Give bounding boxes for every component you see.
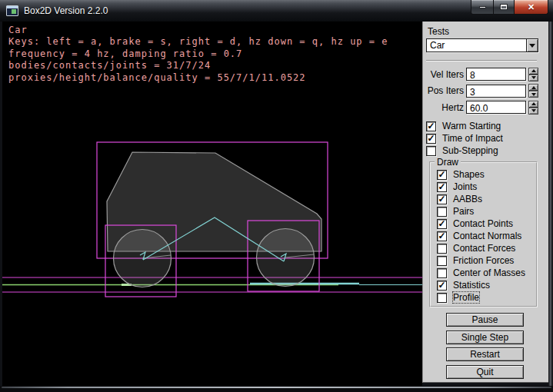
checkbox-contact-forces[interactable]	[437, 244, 447, 254]
spinner-up-button[interactable]	[528, 101, 538, 108]
title-bar[interactable]: Box2D Version 2.2.0 ✕	[0, 0, 553, 22]
checkbox-row: ✓Warm Starting	[426, 120, 503, 132]
checkbox-label: Pairs	[453, 206, 474, 217]
checkbox-row: Profile	[437, 291, 536, 304]
info-line: Car	[8, 25, 388, 36]
action-buttons: PauseSingle StepRestartQuit	[446, 313, 524, 382]
spinner-label: Pos Iters	[423, 85, 464, 96]
checkbox-center-of-masses[interactable]	[437, 268, 447, 278]
tests-label: Tests	[428, 26, 449, 37]
info-line: proxies/height/balance/quality = 55/7/1/…	[8, 72, 388, 84]
checkbox-label: Statistics	[453, 280, 490, 291]
checkbox-label: Warm Starting	[442, 121, 501, 131]
checkbox-label: AABBs	[453, 194, 482, 204]
checkbox-row: Sub-Stepping	[426, 145, 503, 157]
checkbox-warm-starting[interactable]: ✓	[426, 121, 436, 131]
arrow-up-icon	[531, 86, 536, 89]
checkbox-row: ✓Time of Impact	[426, 132, 503, 145]
spinner-up-button[interactable]	[528, 84, 538, 91]
spinner-label: Vel Iters	[423, 69, 464, 80]
checkbox-row: ✓Contact Points	[437, 218, 536, 230]
checkbox-label: Center of Masses	[453, 267, 525, 278]
simulation-canvas[interactable]: CarKeys: left = a, brake = s, right = d,…	[2, 22, 422, 386]
quit-button[interactable]: Quit	[446, 365, 524, 379]
arrow-up-icon	[531, 102, 536, 105]
spinner-row: Pos Iters3	[423, 83, 549, 100]
main-checkboxes: ✓Warm Starting✓Time of ImpactSub-Steppin…	[426, 120, 503, 157]
checkbox-row: ✓Shapes	[437, 168, 536, 181]
spinner-row: Hertz60.0	[423, 99, 549, 116]
app-icon	[6, 5, 18, 16]
checkbox-shapes[interactable]: ✓	[437, 170, 447, 180]
spinner-down-button[interactable]	[528, 91, 538, 98]
checkbox-row: ✓Contact Normals	[437, 230, 536, 242]
info-line: bodies/contacts/joints = 31/7/24	[8, 60, 388, 71]
spinner-down-button[interactable]	[528, 75, 538, 81]
statistics-text: CarKeys: left = a, brake = s, right = d,…	[8, 25, 388, 84]
spinner-field[interactable]: 3	[466, 85, 526, 98]
close-button[interactable]: ✕	[514, 0, 548, 15]
checkbox-label: Friction Forces	[453, 255, 514, 266]
spinner-field[interactable]: 8	[466, 68, 526, 81]
tests-dropdown[interactable]: Car	[426, 38, 538, 52]
chevron-down-icon	[529, 44, 535, 48]
checkbox-label: Contact Forces	[453, 243, 515, 254]
restart-button[interactable]: Restart	[446, 347, 524, 361]
checkbox-joints[interactable]: ✓	[437, 182, 447, 192]
spinner-rows: Vel Iters8Pos Iters3Hertz60.0	[423, 66, 549, 116]
draw-group-label: Draw	[435, 157, 461, 168]
spinner-up-button[interactable]	[528, 68, 538, 75]
minimize-icon	[479, 6, 486, 8]
checkbox-label: Profile	[453, 292, 479, 303]
close-icon: ✕	[528, 3, 535, 12]
tests-dropdown-button[interactable]	[526, 39, 538, 51]
control-panel: Tests Car Vel Iters8Pos Iters3Hertz60.0 …	[422, 22, 548, 383]
checkbox-label: Shapes	[453, 169, 485, 180]
checkbox-label: Joints	[453, 181, 477, 192]
info-line: frequency = 4 hz, damping ratio = 0.7	[8, 48, 388, 60]
checkbox-pairs[interactable]	[437, 207, 447, 217]
arrow-up-icon	[531, 69, 536, 72]
checkbox-time-of-impact[interactable]: ✓	[426, 134, 436, 144]
window-frame-right	[548, 22, 553, 386]
maximize-button[interactable]	[493, 0, 515, 15]
checkbox-label: Contact Normals	[453, 231, 521, 241]
app-window: Box2D Version 2.2.0 ✕	[0, 0, 553, 392]
arrow-down-icon	[531, 109, 536, 112]
spinner-row: Vel Iters8	[423, 66, 549, 83]
checkbox-row: Center of Masses	[437, 267, 536, 279]
checkbox-profile[interactable]	[437, 293, 447, 303]
checkbox-sub-stepping[interactable]	[426, 146, 436, 156]
window-frame-bottom	[0, 386, 553, 392]
draw-group: Draw ✓Shapes✓Joints✓AABBsPairs✓Contact P…	[429, 157, 538, 307]
checkbox-row: Contact Forces	[437, 242, 536, 254]
single-step-button[interactable]: Single Step	[446, 331, 524, 344]
checkbox-row: ✓AABBs	[437, 193, 536, 205]
pause-button[interactable]: Pause	[446, 313, 524, 327]
spinner-label: Hertz	[423, 102, 464, 113]
spinner-control	[528, 101, 538, 115]
checkbox-statistics[interactable]: ✓	[437, 281, 447, 291]
checkbox-aabbs[interactable]: ✓	[437, 194, 447, 204]
spinner-down-button[interactable]	[528, 108, 538, 115]
window-controls: ✕	[471, 0, 548, 15]
checkbox-friction-forces[interactable]	[437, 256, 447, 266]
arrow-down-icon	[531, 76, 536, 79]
spinner-control	[528, 84, 538, 98]
spinner-field[interactable]: 60.0	[466, 101, 526, 114]
spinner-control	[528, 68, 538, 81]
checkbox-label: Sub-Stepping	[442, 145, 498, 156]
maximize-icon	[500, 4, 508, 10]
window-title: Box2D Version 2.2.0	[24, 5, 108, 16]
checkbox-contact-normals[interactable]: ✓	[437, 231, 447, 241]
minimize-button[interactable]	[471, 0, 494, 15]
arrow-down-icon	[531, 93, 536, 96]
checkbox-label: Time of Impact	[442, 133, 503, 144]
checkbox-row: Pairs	[437, 205, 536, 218]
checkbox-row: ✓Statistics	[437, 279, 536, 291]
checkbox-contact-points[interactable]: ✓	[437, 219, 447, 229]
tests-dropdown-value: Car	[427, 40, 526, 51]
draw-checkboxes: ✓Shapes✓Joints✓AABBsPairs✓Contact Points…	[431, 168, 536, 304]
info-line: Keys: left = a, brake = s, right = d, hz…	[8, 36, 388, 48]
checkbox-label: Contact Points	[453, 218, 513, 229]
